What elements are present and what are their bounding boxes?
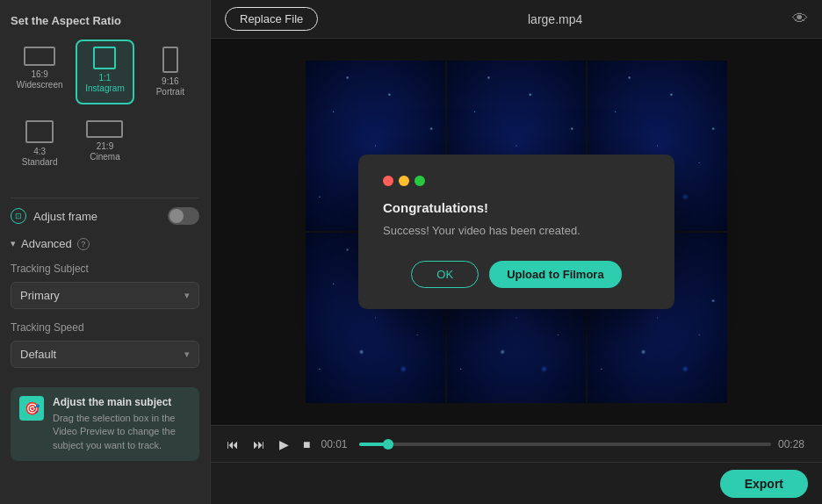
advanced-help-icon[interactable]: ? [77, 238, 90, 250]
bottom-bar: Export [211, 462, 822, 504]
traffic-light-green[interactable] [415, 176, 425, 186]
tracking-subject-arrow-icon: ▾ [184, 290, 190, 301]
main-panel: Replace File large.mp4 👁 Congratulations… [211, 0, 822, 504]
aspect-label-portrait: Portrait [156, 87, 184, 97]
tracking-subject-label: Tracking Subject [11, 263, 199, 275]
replace-file-button[interactable]: Replace File [225, 7, 318, 31]
upload-to-filmora-button[interactable]: Upload to Filmora [489, 261, 622, 288]
progress-track[interactable] [359, 443, 771, 446]
dialog-message: Success! Your video has been created. [383, 222, 650, 240]
adjust-frame-row: ⊡ Adjust frame [11, 207, 199, 225]
tracking-speed-arrow-icon: ▾ [184, 349, 190, 360]
step-back-button[interactable]: ⏭︎ [249, 436, 269, 453]
rewind-button[interactable]: ⏮ [223, 436, 242, 453]
advanced-label: Advanced [21, 237, 72, 250]
controls-bar: ⏮ ⏭︎ ▶ ■ 00:01 00:28 [211, 425, 822, 462]
file-name: large.mp4 [528, 12, 582, 26]
tracking-subject-dropdown[interactable]: Primary ▾ [11, 282, 199, 309]
stop-button[interactable]: ■ [299, 436, 314, 453]
adjust-frame-toggle[interactable] [168, 207, 199, 225]
time-current: 00:01 [321, 438, 352, 450]
topbar: Replace File large.mp4 👁 [211, 0, 822, 39]
advanced-chevron-icon: ▾ [11, 238, 16, 249]
dialog-overlay: Congratulations! Success! Your video has… [211, 39, 822, 425]
aspect-icon-11 [93, 47, 116, 69]
aspect-icon-219 [86, 120, 123, 138]
time-total: 00:28 [778, 438, 810, 450]
traffic-lights [383, 176, 650, 186]
aspect-item-169[interactable]: 16:9 Widescreen [11, 40, 68, 104]
ok-button[interactable]: OK [411, 261, 479, 288]
success-dialog: Congratulations! Success! Your video has… [358, 155, 674, 309]
aspect-item-219[interactable]: 21:9 Cinema [76, 113, 133, 175]
tracking-speed-value: Default [20, 348, 56, 361]
aspect-ratio-916: 9:16 [156, 76, 184, 87]
traffic-light-red[interactable] [383, 176, 393, 186]
sidebar: Set the Aspect Ratio 16:9 Widescreen 1:1… [0, 0, 211, 504]
progress-thumb [383, 439, 393, 450]
video-area: Congratulations! Success! Your video has… [211, 39, 822, 425]
aspect-item-11[interactable]: 1:1 Instagram [76, 40, 133, 104]
aspect-ratio-43: 4:3 [22, 147, 58, 157]
hint-icon: 🎯 [19, 396, 44, 421]
aspect-label-widescreen: Widescreen [17, 80, 63, 90]
advanced-row[interactable]: ▾ Advanced ? [11, 237, 199, 250]
export-button[interactable]: Export [720, 470, 808, 498]
sidebar-title: Set the Aspect Ratio [11, 14, 199, 27]
hint-box: 🎯 Adjust the main subject Drag the selec… [11, 387, 199, 461]
adjust-frame-label: Adjust frame [33, 210, 97, 223]
hint-body: Drag the selection box in the Video Prev… [53, 412, 191, 452]
divider-1 [11, 198, 199, 198]
aspect-icon-916 [162, 47, 178, 73]
aspect-ratio-169: 16:9 [17, 69, 63, 80]
frame-icon: ⊡ [11, 208, 26, 224]
eye-icon[interactable]: 👁 [792, 10, 808, 28]
aspect-icon-43 [25, 120, 54, 143]
aspect-item-43[interactable]: 4:3 Standard [11, 113, 68, 175]
tracking-speed-label: Tracking Speed [11, 321, 199, 334]
aspect-label-instagram: Instagram [85, 83, 124, 94]
dialog-title: Congratulations! [383, 200, 650, 215]
tracking-speed-dropdown[interactable]: Default ▾ [11, 341, 199, 368]
aspect-item-916[interactable]: 9:16 Portrait [141, 40, 199, 104]
aspect-icon-169 [24, 47, 55, 66]
aspect-grid-row2: 4:3 Standard 21:9 Cinema [11, 113, 199, 175]
aspect-ratio-11: 1:1 [85, 73, 124, 83]
dialog-buttons: OK Upload to Filmora [383, 261, 650, 288]
hint-title: Adjust the main subject [53, 396, 191, 408]
tracking-subject-value: Primary [20, 289, 60, 302]
play-button[interactable]: ▶ [276, 436, 292, 453]
aspect-ratio-219: 21:9 [90, 141, 119, 152]
aspect-label-standard: Standard [22, 157, 58, 168]
aspect-label-cinema: Cinema [90, 152, 119, 162]
aspect-grid-row1: 16:9 Widescreen 1:1 Instagram 9:16 Portr… [11, 40, 199, 104]
traffic-light-yellow[interactable] [399, 176, 409, 186]
